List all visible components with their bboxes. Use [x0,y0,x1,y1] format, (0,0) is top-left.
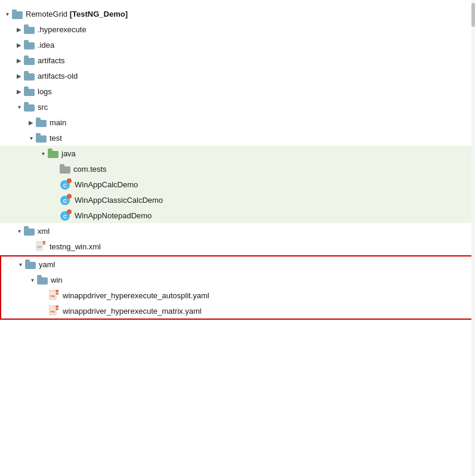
yaml-label: yaml [39,260,55,269]
java-chevron[interactable]: ▾ [38,149,48,158]
com-tests-folder-icon [60,164,70,174]
winappcalcdemo-label: WinAppCalcDemo [75,180,138,189]
svg-text:YML: YML [50,295,55,298]
src-label: src [38,103,48,112]
svg-text:X: X [44,242,45,245]
artifacts-folder-icon [24,55,35,65]
tree-item-winappnotepad[interactable]: C WinAppNotepadDemo [0,208,475,223]
yaml-folder-icon [25,259,36,269]
java-class-icon-1: C [60,178,72,190]
tree-item-artifacts-old[interactable]: ▶ artifacts-old [0,68,475,84]
svg-rect-1 [12,10,17,13]
yaml-matrix-label: winappdriver_hyperexecute_matrix.yaml [63,307,202,316]
tree-item-test[interactable]: ▾ test [0,130,475,146]
xml-file-icon: </> X [36,241,47,252]
svg-point-30 [67,209,72,214]
svg-rect-3 [24,24,29,28]
hyperexecute-chevron[interactable]: ▶ [14,24,24,34]
svg-point-27 [67,194,72,199]
svg-rect-41 [37,275,42,279]
test-chevron[interactable]: ▾ [26,133,36,143]
logs-chevron[interactable]: ▶ [14,86,24,96]
artifacts-old-label: artifacts-old [38,72,78,81]
svg-rect-9 [24,71,29,75]
test-label: test [50,134,62,143]
artifacts-old-folder-icon [24,71,35,81]
tree-item-artifacts[interactable]: ▶ artifacts [0,52,475,68]
root-folder-icon [12,9,23,18]
svg-rect-19 [48,149,53,152]
svg-text:C: C [63,198,67,204]
tree-item-main[interactable]: ▶ main [0,115,475,130]
tree-item-logs[interactable]: ▶ logs [0,84,475,99]
win-chevron[interactable]: ▾ [27,275,37,285]
scrollbar-track [471,0,475,476]
tree-item-idea[interactable]: ▶ .idea [0,37,475,52]
yaml-file-icon-1: YML YM L [49,290,60,301]
svg-text:</>: </> [37,245,41,249]
main-label: main [50,118,66,127]
yaml-file-icon-2: YML YM L [49,305,60,316]
tree-item-yaml-matrix[interactable]: YML YM L winappdriver_hyperexecute_matri… [1,303,474,319]
java-class-icon-3: C [60,209,72,221]
winappnotepad-label: WinAppNotepadDemo [75,211,152,220]
svg-rect-11 [24,86,29,90]
logs-folder-icon [24,86,35,96]
xml-folder-icon [24,226,35,236]
svg-rect-15 [36,118,41,121]
svg-text:C: C [63,214,67,220]
tree-item-testng-xml[interactable]: </> X testng_win.xml [0,239,475,254]
logs-label: logs [38,87,52,96]
idea-folder-icon [24,40,35,50]
yaml-autosplit-label: winappdriver_hyperexecute_autosplit.yaml [63,291,209,300]
root-label: RemoteGrid [TestNG_Demo] [26,10,128,18]
hyperexecute-label: .hyperexecute [38,25,87,34]
tree-item-src[interactable]: ▾ src [0,99,475,115]
idea-label: .idea [38,41,54,50]
tree-item-win[interactable]: ▾ win [1,272,474,288]
win-folder-icon [37,275,48,285]
tree-root-item[interactable]: ▾ RemoteGrid [TestNG_Demo] [0,6,475,21]
xml-chevron[interactable]: ▾ [14,226,24,236]
java-folder-icon [48,149,58,158]
testng-xml-label: testng_win.xml [50,242,101,251]
root-chevron[interactable]: ▾ [2,9,12,18]
svg-rect-5 [24,40,29,44]
src-folder-icon [24,102,35,112]
test-folder-icon [36,133,47,143]
tree-item-hyperexecute[interactable]: ▶ .hyperexecute [0,21,475,37]
tree-item-java[interactable]: ▾ java [0,146,475,161]
red-border-section: ▾ yaml ▾ [0,255,475,320]
scrollbar-thumb[interactable] [471,3,475,27]
svg-rect-17 [36,133,41,137]
artifacts-chevron[interactable]: ▶ [14,55,24,65]
artifacts-old-chevron[interactable]: ▶ [14,71,24,81]
hyperexecute-folder-icon [24,24,35,34]
file-tree-container: ▾ RemoteGrid [TestNG_Demo] ▶ [0,0,475,327]
java-class-icon-2: C [60,194,72,206]
svg-rect-21 [60,164,64,168]
winappclassiccalcdemo-label: WinAppClassicCalcDemo [75,196,163,205]
svg-rect-7 [24,55,29,59]
xml-label: xml [38,227,50,236]
java-label: java [61,149,76,158]
tree-item-yaml-autosplit[interactable]: YML YM L winappdriver_hyperexecute_autos… [1,288,474,303]
idea-chevron[interactable]: ▶ [14,40,24,50]
tree-item-com-tests[interactable]: com.tests [0,161,475,177]
svg-rect-0 [12,12,23,19]
tree-item-winappcalcdemo[interactable]: C WinAppCalcDemo [0,177,475,192]
yaml-chevron[interactable]: ▾ [16,259,25,269]
tree-item-xml[interactable]: ▾ xml [0,223,475,239]
tree-item-winappclassiccalcdemo[interactable]: C WinAppClassicCalcDemo [0,192,475,208]
svg-text:C: C [63,183,67,188]
main-chevron[interactable]: ▶ [26,118,36,127]
svg-text:YML: YML [50,310,55,313]
svg-rect-13 [24,102,29,106]
svg-rect-39 [25,259,30,263]
svg-point-24 [67,178,72,183]
artifacts-label: artifacts [38,56,65,65]
project-tree: ▾ RemoteGrid [TestNG_Demo] ▶ [0,0,475,327]
win-label: win [51,276,63,285]
src-chevron[interactable]: ▾ [14,102,24,112]
tree-item-yaml[interactable]: ▾ yaml [1,256,474,272]
